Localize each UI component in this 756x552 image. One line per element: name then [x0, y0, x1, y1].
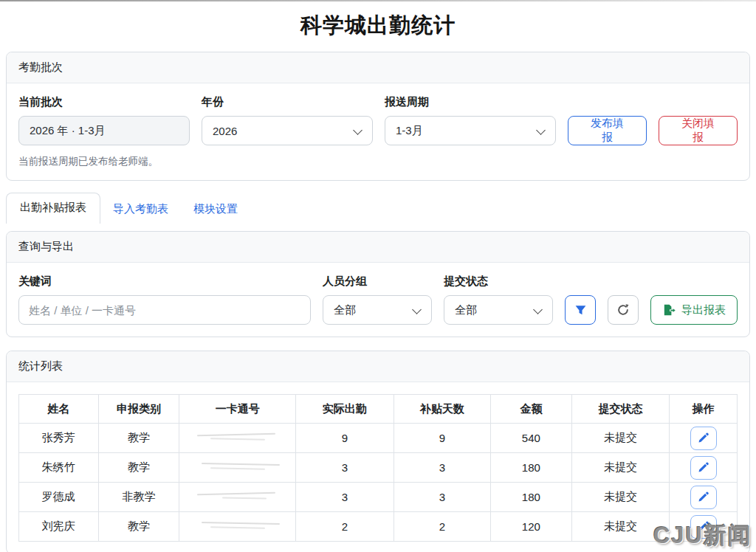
export-report-button[interactable]: 导出报表 — [650, 295, 738, 325]
card-number-redacted — [190, 431, 286, 443]
stats-panel: 统计列表 姓名申报类别一卡通号实际出勤补贴天数金额提交状态操作 张秀芳教学995… — [6, 351, 750, 552]
refresh-button[interactable] — [608, 295, 639, 325]
column-header: 金额 — [491, 395, 572, 424]
cell-submit-status: 未提交 — [571, 453, 669, 483]
cell-card-number — [179, 483, 296, 512]
column-header: 操作 — [670, 395, 738, 424]
refresh-icon — [616, 303, 630, 317]
cell-category: 非教学 — [98, 483, 179, 512]
chevron-down-icon — [353, 125, 362, 135]
year-select[interactable]: 2026 — [202, 116, 373, 145]
publish-button[interactable]: 发布填报 — [568, 116, 647, 145]
year-label: 年份 — [202, 95, 373, 109]
cell-actual-attendance: 9 — [296, 424, 394, 453]
filter-funnel-icon — [574, 304, 587, 317]
group-label: 人员分组 — [323, 275, 432, 289]
cell-card-number — [179, 453, 296, 483]
table-row: 刘宪庆教学22120未提交 — [19, 512, 738, 542]
stats-table: 姓名申报类别一卡通号实际出勤补贴天数金额提交状态操作 张秀芳教学99540未提交… — [18, 394, 738, 542]
current-batch-field: 当前批次 2026 年 · 1-3月 — [18, 95, 190, 145]
tab-module-settings[interactable]: 模块设置 — [181, 195, 250, 224]
chevron-down-icon — [412, 305, 422, 314]
cell-amount: 120 — [491, 512, 572, 542]
period-field: 报送周期 1-3月 — [385, 95, 556, 145]
edit-row-button[interactable] — [690, 427, 717, 450]
batch-panel-title: 考勤批次 — [7, 52, 749, 83]
cell-subsidy-days: 2 — [394, 512, 490, 542]
cell-submit-status: 未提交 — [571, 483, 669, 512]
cell-actions — [670, 424, 738, 453]
cell-actual-attendance: 3 — [296, 483, 394, 512]
card-number-redacted — [190, 520, 286, 531]
cell-amount: 180 — [491, 483, 572, 512]
status-select-value: 全部 — [455, 303, 477, 317]
file-export-icon — [662, 303, 676, 317]
edit-row-button[interactable] — [690, 486, 717, 509]
cell-card-number — [179, 512, 296, 542]
group-select[interactable]: 全部 — [323, 295, 432, 325]
column-header: 申报类别 — [98, 395, 179, 424]
cell-actions — [670, 453, 738, 483]
pencil-icon — [698, 432, 709, 444]
cell-name: 刘宪庆 — [19, 512, 99, 542]
cell-category: 教学 — [98, 512, 179, 542]
year-select-value: 2026 — [213, 125, 237, 137]
tab-attendance-subsidy-report[interactable]: 出勤补贴报表 — [6, 193, 100, 224]
cell-actions — [670, 483, 738, 512]
pencil-icon — [698, 462, 709, 473]
filter-button[interactable] — [565, 295, 596, 325]
cell-submit-status: 未提交 — [571, 424, 669, 453]
query-panel: 查询与导出 关键词 人员分组 全部 提交状态 全部 — [6, 231, 750, 337]
watermark: CJU新闻 — [653, 520, 752, 551]
column-header: 实际出勤 — [296, 395, 394, 424]
cell-subsidy-days: 3 — [394, 483, 490, 512]
publish-status-note: 当前报送周期已发布给老师端。 — [18, 155, 738, 168]
keyword-label: 关键词 — [18, 275, 311, 289]
cell-category: 教学 — [98, 453, 179, 483]
card-number-redacted — [190, 490, 286, 502]
group-field: 人员分组 全部 — [323, 275, 432, 325]
cell-actual-attendance: 3 — [296, 453, 394, 483]
cell-amount: 540 — [491, 424, 572, 453]
column-header: 一卡通号 — [179, 395, 296, 424]
current-batch-label: 当前批次 — [18, 95, 190, 109]
tab-import-attendance[interactable]: 导入考勤表 — [100, 195, 181, 224]
cell-name: 罗德成 — [19, 483, 99, 512]
cell-subsidy-days: 9 — [394, 424, 490, 453]
column-header: 姓名 — [19, 395, 99, 424]
table-header-row: 姓名申报类别一卡通号实际出勤补贴天数金额提交状态操作 — [19, 395, 738, 424]
keyword-input[interactable] — [18, 295, 311, 325]
close-filing-button[interactable]: 关闭填报 — [659, 116, 738, 145]
keyword-field: 关键词 — [18, 275, 311, 325]
group-select-value: 全部 — [334, 303, 356, 317]
period-select-value: 1-3月 — [396, 124, 423, 138]
cell-card-number — [179, 424, 296, 453]
status-label: 提交状态 — [444, 275, 553, 289]
edit-row-button[interactable] — [690, 456, 717, 480]
cell-name: 张秀芳 — [19, 424, 99, 453]
current-batch-value: 2026 年 · 1-3月 — [18, 116, 190, 145]
table-row: 张秀芳教学99540未提交 — [19, 424, 738, 453]
page-title: 科学城出勤统计 — [0, 1, 756, 52]
column-header: 提交状态 — [571, 395, 669, 424]
period-select[interactable]: 1-3月 — [385, 116, 556, 145]
table-row: 罗德成非教学33180未提交 — [19, 483, 738, 512]
stats-panel-title: 统计列表 — [7, 351, 749, 382]
year-field: 年份 2026 — [202, 95, 373, 145]
export-report-label: 导出报表 — [681, 303, 726, 317]
card-number-redacted — [190, 460, 286, 472]
status-select[interactable]: 全部 — [444, 295, 553, 325]
query-panel-title: 查询与导出 — [7, 232, 749, 263]
chevron-down-icon — [536, 125, 546, 135]
column-header: 补贴天数 — [394, 395, 490, 424]
cell-actual-attendance: 2 — [296, 512, 394, 542]
cell-amount: 180 — [491, 453, 572, 483]
status-field: 提交状态 全部 — [444, 275, 553, 325]
period-label: 报送周期 — [385, 95, 556, 109]
pencil-icon — [698, 491, 709, 503]
tab-bar: 出勤补贴报表 导入考勤表 模块设置 — [6, 194, 750, 224]
table-row: 朱绣竹教学33180未提交 — [19, 453, 738, 483]
cell-subsidy-days: 3 — [394, 453, 490, 483]
batch-panel: 考勤批次 当前批次 2026 年 · 1-3月 年份 2026 报送周期 1-3… — [6, 52, 750, 181]
cell-name: 朱绣竹 — [19, 453, 99, 483]
